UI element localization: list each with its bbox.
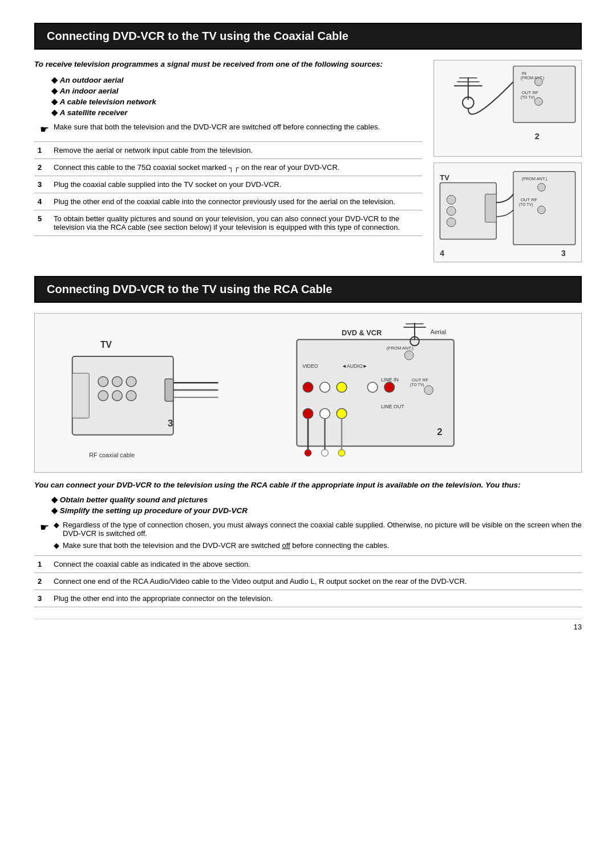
section1-sources: An outdoor aerial An indoor aerial A cab… bbox=[51, 75, 422, 117]
svg-point-31 bbox=[112, 376, 123, 387]
svg-point-30 bbox=[98, 376, 108, 387]
step-num: 4 bbox=[34, 193, 50, 210]
table-row: 1 Remove the aerial or network input cab… bbox=[34, 142, 422, 159]
step-text: Plug the coaxial cable supplied into the… bbox=[50, 176, 422, 193]
section2-benefits: Obtain better quality sound and pictures… bbox=[51, 495, 582, 515]
step-num: 3 bbox=[34, 590, 50, 607]
source-item-4: A satellite receiver bbox=[51, 108, 422, 117]
source-item-2: An indoor aerial bbox=[51, 86, 422, 95]
svg-point-50 bbox=[303, 382, 313, 392]
svg-point-53 bbox=[367, 382, 378, 392]
svg-point-61 bbox=[337, 409, 347, 419]
svg-point-21 bbox=[537, 184, 545, 192]
svg-point-33 bbox=[98, 391, 108, 401]
svg-point-60 bbox=[320, 409, 330, 419]
step-text: To obtain better quality pictures and so… bbox=[50, 210, 422, 236]
svg-point-68 bbox=[338, 449, 345, 456]
svg-point-67 bbox=[322, 449, 329, 456]
step-num: 5 bbox=[34, 210, 50, 236]
diagram-bottom: TV (FROM ANT.) OUT RF (TO TV) bbox=[433, 162, 582, 262]
svg-point-8 bbox=[534, 78, 542, 86]
step-num: 3 bbox=[34, 176, 50, 193]
svg-text:2: 2 bbox=[534, 132, 539, 141]
page-number: 13 bbox=[34, 619, 582, 631]
step-text: Connect the coaxial cable as indicated i… bbox=[50, 556, 582, 573]
svg-text:TV: TV bbox=[440, 173, 449, 182]
svg-text:VIDEO: VIDEO bbox=[302, 363, 318, 369]
svg-text:Aerial: Aerial bbox=[431, 328, 447, 335]
table-row: 5 To obtain better quality pictures and … bbox=[34, 210, 422, 236]
table-row: 2 Connect this cable to the 75Ω coaxial … bbox=[34, 159, 422, 176]
source-item-3: A cable television network bbox=[51, 97, 422, 106]
table-row: 1 Connect the coaxial cable as indicated… bbox=[34, 556, 582, 573]
section2-notes: ☛ ◆ Regardless of the type of connection… bbox=[40, 521, 582, 550]
section1-intro: To receive television programmes a signa… bbox=[34, 60, 422, 68]
diagram-top: IN (FROM ANT.) OUT RF (TO TV) 2 bbox=[433, 60, 582, 157]
svg-text:RF coaxial cable: RF coaxial cable bbox=[89, 452, 135, 458]
step-num: 2 bbox=[34, 159, 50, 176]
note-icon-2: ☛ bbox=[40, 521, 49, 534]
svg-point-57 bbox=[424, 385, 433, 395]
svg-point-11 bbox=[534, 98, 542, 105]
svg-text:(FROM ANT.): (FROM ANT.) bbox=[387, 346, 414, 351]
svg-point-35 bbox=[126, 391, 136, 401]
section2-steps: 1 Connect the coaxial cable as indicated… bbox=[34, 555, 582, 607]
svg-point-66 bbox=[305, 449, 311, 456]
step-text: Remove the aerial or network input cable… bbox=[50, 142, 422, 159]
section1-left: To receive television programmes a signa… bbox=[34, 60, 422, 262]
step-text: Plug the other end of the coaxial cable … bbox=[50, 193, 422, 210]
svg-rect-18 bbox=[485, 194, 496, 222]
svg-text:3: 3 bbox=[561, 249, 566, 258]
table-row: 4 Plug the other end of the coaxial cabl… bbox=[34, 193, 422, 210]
svg-point-46 bbox=[404, 351, 414, 360]
svg-text:(TO TV): (TO TV) bbox=[519, 202, 533, 207]
svg-text:4: 4 bbox=[440, 249, 444, 258]
svg-point-54 bbox=[384, 382, 395, 392]
svg-rect-29 bbox=[72, 373, 90, 419]
rca-diagram: TV 3 DVD & VCR Ae bbox=[34, 313, 582, 473]
svg-text:(FROM ANT.): (FROM ANT.) bbox=[522, 176, 547, 181]
note-text-2b: Make sure that both the television and t… bbox=[63, 541, 389, 550]
svg-text:OUT RF: OUT RF bbox=[412, 377, 428, 383]
svg-rect-37 bbox=[165, 379, 173, 401]
table-row: 3 Plug the coaxial cable supplied into t… bbox=[34, 176, 422, 193]
note-text-2a: Regardless of the type of connection cho… bbox=[63, 521, 582, 538]
svg-point-17 bbox=[447, 218, 456, 227]
svg-text:LINE OUT: LINE OUT bbox=[381, 404, 404, 409]
section1-steps: 1 Remove the aerial or network input cab… bbox=[34, 141, 422, 236]
section1: Connecting DVD-VCR to the TV using the C… bbox=[34, 23, 582, 262]
svg-point-15 bbox=[447, 195, 456, 204]
svg-point-59 bbox=[303, 409, 313, 419]
svg-text:3: 3 bbox=[168, 418, 173, 429]
svg-point-34 bbox=[112, 391, 123, 401]
svg-text:(TO TV): (TO TV) bbox=[521, 95, 535, 100]
svg-text:OUT RF: OUT RF bbox=[522, 90, 538, 95]
svg-point-52 bbox=[337, 382, 347, 392]
svg-text:TV: TV bbox=[100, 340, 112, 350]
step-text: Plug the other end into the appropriate … bbox=[50, 590, 582, 607]
section1-right: IN (FROM ANT.) OUT RF (TO TV) 2 bbox=[433, 60, 582, 262]
svg-point-24 bbox=[537, 206, 545, 214]
svg-point-32 bbox=[126, 376, 136, 387]
section1-title: Connecting DVD-VCR to the TV using the C… bbox=[34, 23, 582, 50]
step-num: 1 bbox=[34, 142, 50, 159]
table-row: 2 Connect one end of the RCA Audio/Video… bbox=[34, 573, 582, 590]
svg-text:(TO TV): (TO TV) bbox=[410, 383, 424, 387]
source-item-1: An outdoor aerial bbox=[51, 75, 422, 84]
section2-intro: You can connect your DVD-VCR to the tele… bbox=[34, 481, 582, 489]
section2-title: Connecting DVD-VCR to the TV using the R… bbox=[34, 276, 582, 303]
section2: Connecting DVD-VCR to the TV using the R… bbox=[34, 276, 582, 607]
section1-note: ☛ Make sure that both the television and… bbox=[40, 123, 422, 136]
svg-text:◄AUDIO►: ◄AUDIO► bbox=[342, 363, 368, 369]
note-icon: ☛ bbox=[40, 123, 49, 136]
svg-point-16 bbox=[447, 206, 456, 216]
benefit-item-2: Simplify the setting up procedure of you… bbox=[51, 506, 582, 515]
benefit-item-1: Obtain better quality sound and pictures bbox=[51, 495, 582, 504]
svg-text:IN: IN bbox=[522, 71, 526, 76]
svg-text:OUT RF: OUT RF bbox=[521, 197, 537, 202]
step-num: 2 bbox=[34, 573, 50, 590]
svg-text:2: 2 bbox=[437, 426, 442, 437]
svg-point-51 bbox=[320, 382, 330, 392]
svg-text:DVD & VCR: DVD & VCR bbox=[342, 328, 382, 337]
note-text: Make sure that both the television and t… bbox=[54, 123, 380, 131]
